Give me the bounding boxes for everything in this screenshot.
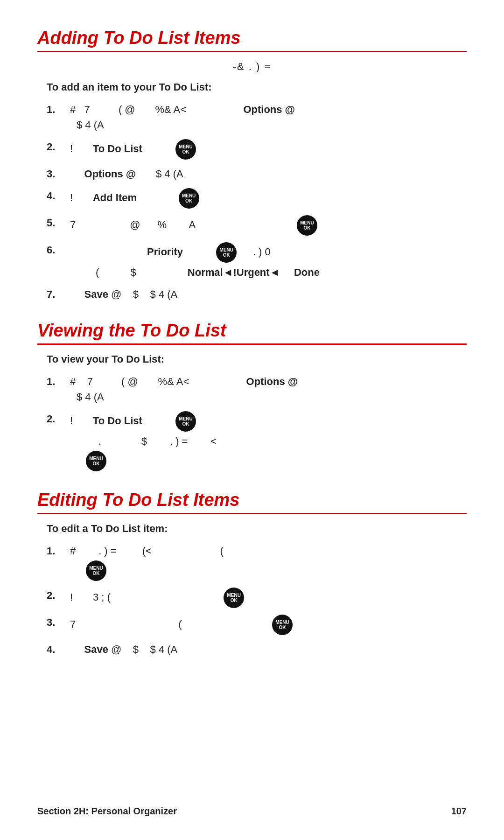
menu-btn-edit-1: MENUOK	[86, 560, 106, 581]
step-6-content: Priority MENUOK . ) 0 ( $ Normal◄!Urgent…	[70, 242, 467, 280]
view-step-1-content: # 7 ( @ %& A< Options @ $ 4 (A	[70, 374, 467, 405]
footer: Section 2H: Personal Organizer 107	[37, 806, 467, 817]
view-step-2: 2. ! To Do List MENUOK . $ . ) = < MENUO…	[47, 411, 467, 471]
menu-btn-view-2b: MENUOK	[86, 451, 106, 471]
edit-step-num-3: 3.	[47, 615, 70, 630]
menu-btn-2: MENUOK	[175, 139, 196, 160]
step-1-content: # 7 ( @ %& A< Options @ $ 4 (A	[70, 102, 467, 133]
menu-btn-view-2: MENUOK	[175, 411, 196, 432]
viewing-title: Viewing the To Do List	[37, 321, 467, 345]
step-num-7: 7.	[47, 287, 70, 302]
edit-step-1-content: # . ) = (< ( MENUOK	[70, 543, 467, 581]
adding-steps: 1. # 7 ( @ %& A< Options @ $ 4 (A 2. ! T…	[47, 102, 467, 302]
edit-step-num-1: 1.	[47, 543, 70, 559]
edit-step-3: 3. 7 ( MENUOK	[47, 615, 467, 635]
edit-step-2: 2. ! 3 ; ( MENUOK	[47, 588, 467, 608]
edit-step-1: 1. # . ) = (< ( MENUOK	[47, 543, 467, 581]
step-num-5: 5.	[47, 215, 70, 231]
step-7-content: Save @ $ $ 4 (A	[70, 287, 467, 302]
step-7: 7. Save @ $ $ 4 (A	[47, 287, 467, 302]
step-2: 2. ! To Do List MENUOK	[47, 139, 467, 160]
menu-btn-edit-3: MENUOK	[272, 615, 293, 635]
menu-btn-6: MENUOK	[216, 242, 237, 263]
adding-title: Adding To Do List Items	[37, 28, 467, 52]
step-1: 1. # 7 ( @ %& A< Options @ $ 4 (A	[47, 102, 467, 133]
editing-section: Editing To Do List Items To edit a To Do…	[37, 490, 467, 657]
edit-step-num-2: 2.	[47, 588, 70, 603]
step-4-content: ! Add Item MENUOK	[70, 188, 467, 209]
editing-intro: To edit a To Do List item:	[47, 523, 467, 535]
editing-steps: 1. # . ) = (< ( MENUOK 2. ! 3 ; (	[47, 543, 467, 657]
viewing-intro: To view your To Do List:	[47, 353, 467, 365]
adding-section: Adding To Do List Items -& . ) = To add …	[37, 28, 467, 302]
editing-title: Editing To Do List Items	[37, 490, 467, 514]
edit-step-2-content: ! 3 ; ( MENUOK	[70, 588, 467, 608]
view-step-2-content: ! To Do List MENUOK . $ . ) = < MENUOK	[70, 411, 467, 471]
edit-step-4: 4. Save @ $ $ 4 (A	[47, 642, 467, 657]
step-4: 4. ! Add Item MENUOK	[47, 188, 467, 209]
step-num-2: 2.	[47, 139, 70, 154]
edit-step-4-content: Save @ $ $ 4 (A	[70, 642, 467, 657]
viewing-section: Viewing the To Do List To view your To D…	[37, 321, 467, 471]
step-num-4: 4.	[47, 188, 70, 203]
step-num-6: 6.	[47, 242, 70, 258]
view-step-num-1: 1.	[47, 374, 70, 389]
viewing-steps: 1. # 7 ( @ %& A< Options @ $ 4 (A 2. ! T…	[47, 374, 467, 471]
adding-subtitle: -& . ) =	[37, 61, 467, 73]
footer-left: Section 2H: Personal Organizer	[37, 806, 177, 817]
view-step-1: 1. # 7 ( @ %& A< Options @ $ 4 (A	[47, 374, 467, 405]
menu-btn-edit-2: MENUOK	[224, 588, 244, 608]
menu-btn-5: MENUOK	[297, 215, 317, 236]
step-num-3: 3.	[47, 166, 70, 182]
step-5-content: 7 @ % A MENUOK	[70, 215, 467, 236]
step-5: 5. 7 @ % A MENUOK	[47, 215, 467, 236]
edit-step-num-4: 4.	[47, 642, 70, 657]
view-step-num-2: 2.	[47, 411, 70, 427]
step-6: 6. Priority MENUOK . ) 0 ( $ Normal◄!Urg…	[47, 242, 467, 280]
edit-step-3-content: 7 ( MENUOK	[70, 615, 467, 635]
step-2-content: ! To Do List MENUOK	[70, 139, 467, 160]
footer-right: 107	[451, 806, 467, 817]
menu-btn-4: MENUOK	[179, 188, 199, 209]
step-3: 3. Options @ $ 4 (A	[47, 166, 467, 182]
adding-intro: To add an item to your To Do List:	[47, 81, 467, 93]
step-num-1: 1.	[47, 102, 70, 117]
step-3-content: Options @ $ 4 (A	[70, 166, 467, 182]
